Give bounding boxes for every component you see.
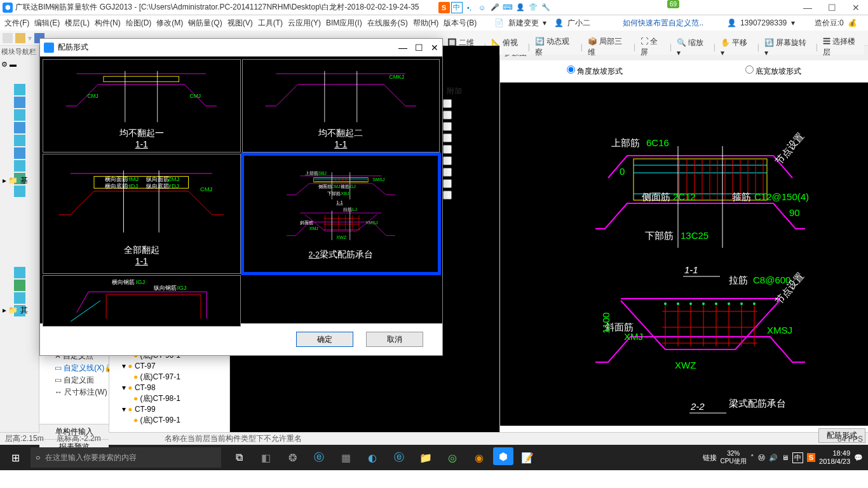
tray-up-icon[interactable]: ˄ — [750, 454, 754, 462]
minimize-button[interactable]: — — [798, 3, 817, 13]
attach-check-3[interactable] — [443, 122, 452, 131]
taskbar-app-9[interactable]: ◉ — [466, 447, 492, 468]
dialog-cell-2[interactable]: CMKJ 均不翻起二1-1 — [242, 59, 440, 152]
folder-ji[interactable]: 基 — [20, 176, 28, 185]
tb-new-icon[interactable] — [3, 33, 13, 43]
tb-select-floor[interactable]: ☰ 选择楼层 — [823, 36, 862, 58]
menu-rebar[interactable]: 钢筋量(Q) — [186, 17, 224, 30]
taskbar-app-1[interactable]: ◧ — [253, 447, 278, 468]
menu-bim[interactable]: BIM应用(I) — [324, 17, 364, 30]
nav-icon-7[interactable] — [14, 160, 25, 172]
tb-fullscreen[interactable]: ⛶ 全屏 — [641, 36, 665, 58]
attach-check-2[interactable] — [443, 111, 452, 119]
ime-s-icon[interactable]: S — [438, 2, 450, 13]
ime-shirt-icon[interactable]: 👕 — [527, 2, 539, 13]
ime-bar[interactable]: S 中 •, ☺ 🎤 ⌨ 👤 👕 🔧 — [438, 2, 552, 13]
dialog-cancel-button[interactable]: 取消 — [366, 332, 423, 347]
tree-custom-line[interactable]: ▭ 自定义线(X)🔒 — [39, 362, 109, 374]
tray-link[interactable]: 链接 — [703, 453, 717, 463]
tree-custom-dim[interactable]: ↔ 尺寸标注(W) — [39, 386, 109, 398]
ime-keyboard-icon[interactable]: ⌨ — [502, 2, 513, 13]
tree-ct99-sub[interactable]: ● (底)CT-99-1 — [111, 415, 228, 426]
tray-notifications-icon[interactable]: 💬 — [854, 454, 863, 462]
tb-pan[interactable]: ✋ 平移 ▾ — [721, 37, 752, 57]
menu-help[interactable]: 帮助(H) — [411, 17, 441, 30]
nav-icon-3[interactable] — [14, 109, 25, 121]
menu-version[interactable]: 版本号(B) — [442, 17, 478, 30]
dialog-close[interactable]: ✕ — [431, 43, 438, 53]
taskbar-edge-icon[interactable]: ⓔ — [306, 447, 332, 468]
taskbar-explorer-icon[interactable]: 📁 — [413, 447, 438, 468]
tray-m-icon[interactable]: Ⓜ — [758, 453, 765, 463]
attach-check-4[interactable] — [443, 133, 452, 142]
menu-online[interactable]: 在线服务(S) — [365, 17, 410, 30]
attach-check-5[interactable] — [443, 145, 452, 154]
nav-icon-6[interactable] — [14, 147, 25, 159]
tb-open-icon[interactable] — [15, 33, 25, 43]
tb-dynamic[interactable]: 🔄 动态观察 — [535, 36, 576, 58]
task-view-icon[interactable]: ⧉ — [226, 447, 252, 468]
attach-check-6[interactable] — [443, 156, 452, 165]
menu-floor[interactable]: 楼层(L) — [63, 17, 92, 30]
dialog-cell-4[interactable]: 上部筋SBJ 侧面筋CMJ 箍筋GJ 下部筋XBJ SMSJ 1-1 拉筋LJ … — [242, 154, 440, 274]
menu-view[interactable]: 视图(V) — [226, 17, 255, 30]
nav-icon-1[interactable] — [14, 84, 25, 95]
dialog-ok-button[interactable]: 确定 — [296, 332, 353, 347]
dialog-cell-3[interactable]: 横向面筋纵向面筋 HMJZMJ 横向底筋纵向底筋 HDJYDJ CMJ 全部翻起… — [43, 154, 241, 274]
tree-ct97[interactable]: ▾ ● CT-97 — [111, 361, 228, 372]
ime-tool-icon[interactable]: 🔧 — [540, 2, 552, 13]
nav-icon-5[interactable] — [14, 135, 25, 146]
taskbar-app-11[interactable]: 📝 — [515, 447, 540, 468]
help-link[interactable]: 如何快速布置自定义范.. — [621, 17, 705, 30]
maximize-button[interactable]: ☐ — [822, 3, 841, 13]
tray-ime-zhong[interactable]: 中 — [792, 452, 803, 463]
nav-icon-10[interactable] — [14, 267, 25, 278]
menu-draw[interactable]: 绘图(D) — [124, 17, 154, 30]
tray-cpu[interactable]: 32%CPU使用 — [721, 450, 747, 465]
taskbar-app-8[interactable]: ◎ — [440, 447, 465, 468]
dialog-cell-5[interactable]: 横向钢筋IGJ 纵向钢筋IGJ — [43, 275, 241, 326]
taskbar-app-10[interactable]: ⬢ — [493, 447, 513, 465]
tray-sound-icon[interactable]: 🔊 — [769, 454, 778, 462]
dialog-maximize[interactable]: ☐ — [415, 43, 423, 53]
nav-icon-2[interactable] — [14, 97, 25, 108]
ime-punct-icon[interactable]: •, — [464, 2, 475, 13]
user-label[interactable]: 👤 广小二 — [552, 17, 594, 30]
menu-edit[interactable]: 编辑(E) — [32, 17, 62, 30]
taskbar-app-2[interactable]: ❂ — [280, 447, 305, 468]
tree-custom-face[interactable]: ▭ 自定义面 — [39, 374, 109, 386]
dialog-minimize[interactable]: — — [398, 43, 407, 53]
ime-smile-icon[interactable]: ☺ — [477, 2, 488, 13]
menu-tool[interactable]: 工具(T) — [256, 17, 285, 30]
tree-ct98[interactable]: ▾ ● CT-98 — [111, 383, 228, 393]
menu-component[interactable]: 构件(N) — [93, 17, 123, 30]
tree-ct99[interactable]: ▾ ● CT-99 — [111, 404, 228, 415]
nav-icon-11[interactable] — [14, 280, 25, 291]
tb-local3d[interactable]: 📦 局部三维 — [588, 36, 628, 58]
menu-cloud[interactable]: 云应用(Y) — [286, 17, 323, 30]
dialog-cell-1[interactable]: CMJCMJ 均不翻起一1-1 — [43, 59, 241, 152]
menu-file[interactable]: 文件(F) — [3, 17, 31, 30]
tb-rotate[interactable]: 🔃 屏幕旋转 ▾ — [764, 37, 811, 57]
radio-angle[interactable]: 角度放坡形式 — [567, 65, 623, 77]
attach-check-1[interactable] — [443, 99, 452, 108]
menu-modify[interactable]: 修改(M) — [154, 17, 185, 30]
close-button[interactable]: ✕ — [846, 3, 865, 13]
tray-monitor-icon[interactable]: 🖥 — [782, 454, 789, 461]
taskbar-app-4[interactable]: ▦ — [333, 447, 358, 468]
folder-qi[interactable]: 其 — [20, 306, 28, 315]
radio-width[interactable]: 底宽放坡形式 — [745, 65, 801, 77]
nav-icon-12[interactable] — [14, 292, 25, 304]
param-canvas[interactable]: 上部筋 6C16 侧面筋 2C12 箍筋 C12@150(4) 下部筋 13C2… — [500, 83, 868, 426]
ime-mic-icon[interactable]: 🎤 — [489, 2, 501, 13]
ime-zhong-icon[interactable]: 中 — [451, 2, 463, 13]
new-change-button[interactable]: 📄 新建变更 ▾ — [492, 17, 548, 30]
nav-icon-4[interactable] — [14, 122, 25, 133]
search-box[interactable]: ○ 在这里输入你要搜索的内容 — [31, 447, 221, 468]
nav-icon-9[interactable] — [14, 186, 25, 197]
tree-ct97-sub[interactable]: ● (底)CT-97-1 — [111, 372, 228, 383]
attach-check-8[interactable] — [443, 179, 452, 188]
attach-check-9[interactable] — [443, 191, 452, 200]
tb-zoom[interactable]: 🔍 缩放 ▾ — [677, 37, 709, 57]
ime-user-icon[interactable]: 👤 — [515, 2, 526, 13]
